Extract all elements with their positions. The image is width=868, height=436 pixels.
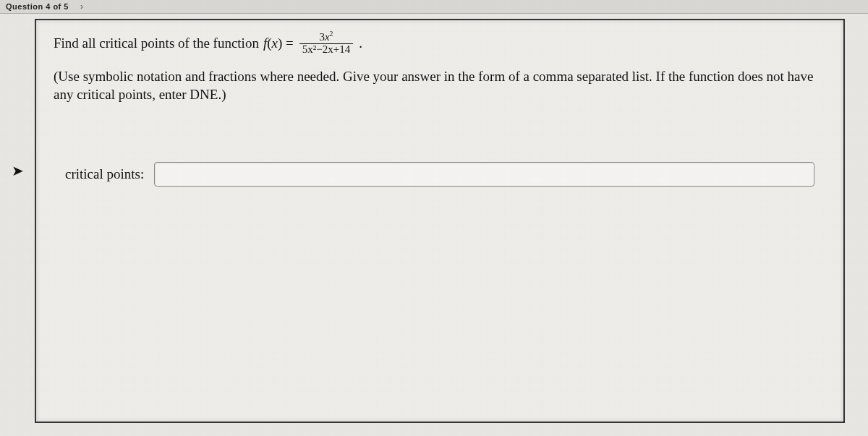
prompt-lead-text: Find all critical points of the function <box>54 34 259 53</box>
prompt-period: . <box>359 34 362 53</box>
question-indicator: Question 4 of 5 <box>6 2 69 11</box>
function-arg: x <box>272 35 278 51</box>
top-nav-bar: Question 4 of 5 › <box>0 0 868 14</box>
fraction-denominator: 5x²−2x+14 <box>299 43 353 56</box>
answer-label: critical points: <box>65 165 144 184</box>
question-content: Find all critical points of the function… <box>36 20 843 187</box>
question-card: Find all critical points of the function… <box>35 19 845 423</box>
function-name: f <box>263 35 267 51</box>
fraction-numerator: 3x2 <box>316 32 336 43</box>
numerator-exponent: 2 <box>330 30 333 38</box>
equals-sign: = <box>286 35 294 51</box>
numerator-coeff: 3 <box>319 31 325 43</box>
prompt-line: Find all critical points of the function… <box>54 32 826 56</box>
next-question-chevron-icon[interactable]: › <box>80 1 83 12</box>
cursor-pointer-icon: ➤ <box>12 162 24 179</box>
function-expression: f(x) = <box>263 34 294 53</box>
instructions-text: (Use symbolic notation and fractions whe… <box>54 67 826 104</box>
critical-points-input[interactable] <box>154 162 814 187</box>
answer-row: critical points: <box>54 162 826 187</box>
numerator-var: x <box>325 31 330 43</box>
page-background: Question 4 of 5 › ➤ Find all critical po… <box>0 0 868 436</box>
fraction: 3x2 5x²−2x+14 <box>299 32 353 56</box>
